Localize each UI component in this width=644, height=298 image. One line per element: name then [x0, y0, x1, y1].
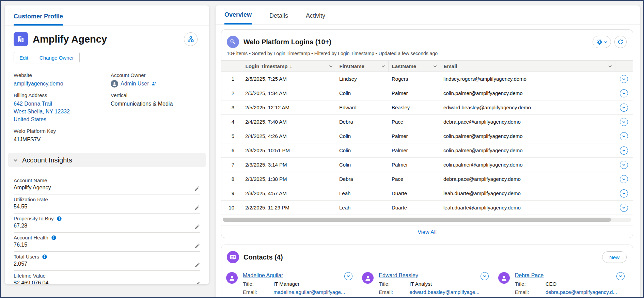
row-actions-button[interactable] [620, 175, 628, 183]
cell-firstname: Colin [336, 129, 388, 143]
row-actions-button[interactable] [620, 161, 628, 169]
cell-lastname: Beasley [388, 100, 440, 115]
tab-customer-profile[interactable]: Customer Profile [14, 13, 63, 26]
row-actions-button[interactable] [620, 104, 628, 112]
new-contact-button[interactable]: New [602, 251, 627, 263]
contact-name-link[interactable]: Edward Beasley [379, 272, 418, 279]
edit-pencil-icon[interactable] [194, 224, 200, 230]
column-header-row-number [221, 61, 242, 72]
cell-lastname: Palmer [388, 143, 440, 158]
row-actions-button[interactable] [620, 189, 628, 198]
billing-address-line1[interactable]: 642 Donna Trail [14, 100, 111, 108]
table-row: 1 2/5/2025, 7:25 AM Lindsey Rogers linds… [221, 72, 633, 86]
row-actions-button[interactable] [620, 146, 628, 155]
hierarchy-icon [187, 36, 194, 43]
cell-login-timestamp: 2/4/2025, 4:26 AM [242, 129, 336, 143]
chevron-down-icon[interactable] [433, 64, 437, 68]
chevron-down-icon[interactable] [329, 64, 333, 68]
cell-firstname: Debra [336, 172, 388, 186]
contacts-title[interactable]: Contacts (4) [244, 253, 283, 261]
hierarchy-button[interactable] [184, 32, 198, 46]
column-header-firstname[interactable]: FirstName [336, 61, 388, 72]
scrollbar-thumb[interactable] [223, 218, 611, 222]
row-number: 10 [221, 201, 242, 215]
column-header-actions [615, 61, 633, 72]
column-header-email[interactable]: Email [440, 61, 615, 72]
contact-name-link[interactable]: Debra Pace [515, 272, 544, 279]
cell-lastname: Pace [388, 172, 440, 186]
contact-title-value: CEO [546, 281, 557, 287]
row-number: 3 [221, 100, 242, 115]
field-billing-address: Billing Address 642 Donna Trail West She… [14, 92, 111, 123]
row-actions-button[interactable] [620, 75, 628, 83]
column-header-login-timestamp[interactable]: Login Timestamp ↓ [242, 61, 336, 72]
edit-button[interactable]: Edit [14, 52, 34, 63]
contact-email-label: Email: [379, 289, 409, 295]
cell-lastname: Rogers [388, 72, 440, 86]
row-number: 4 [221, 115, 242, 129]
tab-details[interactable]: Details [269, 12, 288, 24]
tab-activity[interactable]: Activity [306, 12, 325, 24]
insight-label: Lifetime Value [14, 273, 46, 279]
insight-propensity-to-buy: Propensity to Buy 67.28 [14, 214, 200, 233]
billing-address-line3[interactable]: United States [14, 115, 111, 123]
insight-label: Utilization Rate [14, 197, 48, 202]
edit-pencil-icon[interactable] [194, 243, 200, 249]
refresh-button[interactable] [614, 36, 627, 48]
row-actions-button[interactable] [620, 204, 628, 212]
contact-actions-button[interactable] [481, 272, 489, 280]
row-actions-button[interactable] [620, 132, 628, 140]
cell-firstname: Colin [336, 158, 388, 172]
platform-key-label: Welo Platform Key [14, 128, 111, 134]
row-actions-button[interactable] [620, 118, 628, 126]
account-insights-section-header[interactable]: Account Insights [8, 153, 206, 167]
chevron-down-icon[interactable] [608, 64, 612, 68]
view-all-link[interactable]: View All [418, 229, 437, 235]
cell-lastname: Palmer [388, 158, 440, 172]
contact-email-link[interactable]: madeline.aguilar@amplifyage... [273, 289, 345, 295]
cell-login-timestamp: 2/3/2025, 3:14 PM [242, 158, 336, 172]
website-link[interactable]: amplifyagency.demo [14, 80, 63, 88]
change-owner-icon[interactable] [152, 81, 157, 87]
edit-pencil-icon[interactable] [194, 186, 200, 191]
account-owner-link[interactable]: Admin User [121, 80, 149, 88]
info-icon[interactable] [51, 235, 57, 240]
row-number: 5 [221, 129, 242, 143]
insight-utilization-rate: Utilization Rate 54.55 [14, 194, 200, 214]
info-icon[interactable] [42, 254, 47, 260]
table-row: 8 2/3/2025, 1:38 PM Debra Pace debra.pac… [221, 172, 633, 186]
row-number: 8 [221, 172, 242, 186]
account-insights-title: Account Insights [22, 156, 72, 164]
app-background: { "theme": { "brand_blue": "#0176d3", "l… [0, 0, 644, 298]
chevron-down-icon[interactable] [381, 64, 386, 68]
row-actions-button[interactable] [620, 89, 628, 97]
contact-name-link[interactable]: Madeline Aguilar [243, 272, 283, 279]
field-website: Website amplifyagency.demo [14, 72, 111, 88]
contact-title-value: IT Manager [273, 281, 299, 287]
billing-address-line2[interactable]: West Shelia, NY 12332 [14, 108, 111, 115]
info-icon[interactable] [57, 216, 62, 221]
vertical-value: Communications & Media [111, 100, 200, 108]
contact-email-link[interactable]: debra.pace@amplifyagency.d... [546, 289, 617, 295]
edit-pencil-icon[interactable] [194, 262, 200, 268]
column-header-lastname[interactable]: LastName [388, 61, 440, 72]
column-label: FirstName [340, 63, 364, 69]
chevron-down-icon [13, 158, 18, 163]
cell-email: colin.palmer@amplifyagency.demo [440, 143, 615, 158]
cell-firstname: Lindsey [336, 72, 388, 86]
table-row: 3 2/5/2025, 12:12 AM Edward Beasley edwa… [221, 100, 633, 115]
record-detail-panel: Overview Details Activity Welo Platform … [216, 5, 640, 298]
contact-actions-button[interactable] [616, 272, 625, 280]
change-owner-button[interactable]: Change Owner [34, 52, 80, 63]
edit-pencil-icon[interactable] [194, 205, 200, 210]
welo-logins-title[interactable]: Welo Platform Logins (10+) [244, 38, 331, 46]
contact-email-link[interactable]: edward.beasley@amplifyage... [409, 289, 479, 295]
tab-overview[interactable]: Overview [224, 11, 252, 25]
insight-value: 54.55 [14, 204, 200, 210]
horizontal-scrollbar[interactable] [223, 218, 631, 222]
edit-pencil-icon[interactable] [194, 281, 200, 284]
contact-avatar [498, 272, 510, 284]
list-settings-button[interactable] [593, 36, 611, 48]
account-owner-label: Account Owner [111, 72, 200, 78]
table-row: 5 2/4/2025, 4:26 AM Colin Palmer colin.p… [221, 129, 633, 143]
